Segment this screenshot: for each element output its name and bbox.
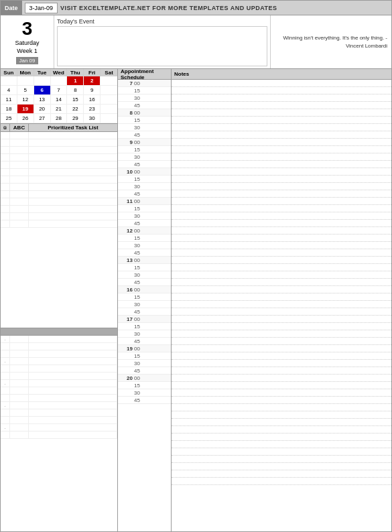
notes-row[interactable] bbox=[172, 117, 391, 124]
cal-day-cell[interactable] bbox=[1, 76, 17, 86]
notes-row[interactable] bbox=[172, 102, 391, 109]
task-cell[interactable] bbox=[1, 147, 10, 153]
schedule-time-row[interactable]: 15 bbox=[118, 146, 171, 153]
schedule-time-row[interactable]: 15 bbox=[118, 205, 171, 212]
schedule-time-row[interactable]: 15 bbox=[118, 382, 171, 389]
cal-day-cell[interactable] bbox=[101, 76, 117, 86]
task-cell-lower[interactable] bbox=[10, 336, 29, 342]
cal-day-cell[interactable]: 5 bbox=[17, 86, 34, 95]
task-cell[interactable] bbox=[10, 147, 29, 153]
cal-day-cell[interactable]: 16 bbox=[84, 95, 101, 105]
cal-day-cell[interactable]: 14 bbox=[51, 95, 68, 105]
task-cell-lower[interactable] bbox=[10, 350, 29, 357]
cal-day-cell[interactable] bbox=[101, 114, 117, 123]
task-cell[interactable] bbox=[10, 169, 29, 176]
notes-row[interactable] bbox=[172, 249, 391, 257]
event-input[interactable] bbox=[57, 26, 267, 66]
notes-row[interactable] bbox=[172, 220, 391, 227]
schedule-time-row[interactable]: 45 bbox=[118, 308, 171, 316]
task-cell[interactable] bbox=[1, 139, 10, 146]
cal-day-cell[interactable] bbox=[34, 76, 51, 86]
schedule-time-row[interactable]: 800 bbox=[118, 109, 171, 117]
task-cell[interactable] bbox=[29, 220, 117, 227]
task-cell[interactable] bbox=[1, 132, 10, 139]
schedule-time-row[interactable]: 900 bbox=[118, 139, 171, 146]
task-cell[interactable] bbox=[29, 191, 117, 198]
schedule-time-row[interactable]: 15 bbox=[118, 264, 171, 271]
cal-day-cell[interactable]: 23 bbox=[84, 105, 101, 114]
task-cell[interactable] bbox=[29, 184, 117, 190]
schedule-time-row[interactable]: 1300 bbox=[118, 257, 171, 264]
task-cell-lower[interactable] bbox=[10, 343, 29, 350]
notes-row[interactable] bbox=[172, 308, 391, 316]
task-cell-lower[interactable] bbox=[29, 387, 117, 394]
cal-day-cell[interactable]: 6 bbox=[34, 86, 51, 95]
schedule-time-row[interactable]: 45 bbox=[118, 161, 171, 168]
notes-row[interactable] bbox=[172, 375, 391, 382]
notes-row[interactable] bbox=[172, 382, 391, 389]
notes-row[interactable] bbox=[172, 139, 391, 146]
notes-row[interactable] bbox=[172, 419, 391, 426]
task-cell[interactable] bbox=[29, 176, 117, 183]
task-cell[interactable] bbox=[10, 220, 29, 227]
notes-row[interactable] bbox=[172, 153, 391, 161]
cal-day-cell[interactable]: 30 bbox=[84, 114, 101, 123]
notes-row[interactable] bbox=[172, 94, 391, 102]
task-cell-lower[interactable] bbox=[10, 373, 29, 379]
cal-day-cell[interactable] bbox=[101, 86, 117, 95]
task-cell[interactable] bbox=[29, 161, 117, 168]
task-cell-lower[interactable]: . bbox=[1, 402, 10, 409]
task-cell-lower[interactable] bbox=[29, 424, 117, 431]
notes-row[interactable] bbox=[172, 323, 391, 330]
cal-day-cell[interactable] bbox=[51, 76, 68, 86]
task-cell-lower[interactable] bbox=[29, 343, 117, 350]
cal-day-cell[interactable]: 7 bbox=[51, 86, 68, 95]
schedule-time-row[interactable]: 45 bbox=[118, 338, 171, 345]
cal-day-cell[interactable]: 20 bbox=[34, 105, 51, 114]
task-cell-lower[interactable] bbox=[1, 373, 10, 379]
task-cell[interactable] bbox=[1, 176, 10, 183]
notes-row[interactable] bbox=[172, 168, 391, 176]
notes-row[interactable] bbox=[172, 434, 391, 441]
task-cell-lower[interactable]: . bbox=[1, 424, 10, 431]
cal-day-cell[interactable] bbox=[101, 105, 117, 114]
schedule-time-row[interactable]: 15 bbox=[118, 176, 171, 183]
notes-row[interactable] bbox=[172, 389, 391, 397]
task-cell[interactable] bbox=[1, 161, 10, 168]
schedule-time-row[interactable]: 30 bbox=[118, 124, 171, 131]
schedule-time-row[interactable]: 1700 bbox=[118, 316, 171, 323]
notes-row[interactable] bbox=[172, 470, 391, 478]
notes-row[interactable] bbox=[172, 271, 391, 279]
task-cell-lower[interactable] bbox=[10, 402, 29, 409]
task-cell-lower[interactable] bbox=[10, 409, 29, 416]
task-cell[interactable] bbox=[29, 206, 117, 212]
schedule-time-row[interactable]: 1100 bbox=[118, 198, 171, 205]
task-cell[interactable] bbox=[1, 213, 10, 220]
task-cell-lower[interactable] bbox=[29, 395, 117, 401]
task-cell[interactable] bbox=[1, 191, 10, 198]
cal-day-cell[interactable]: 26 bbox=[17, 114, 34, 123]
cal-day-cell[interactable]: 4 bbox=[1, 86, 17, 95]
task-cell[interactable] bbox=[1, 206, 10, 212]
schedule-time-row[interactable]: 45 bbox=[118, 249, 171, 257]
notes-row[interactable] bbox=[172, 242, 391, 249]
schedule-time-row[interactable]: 1900 bbox=[118, 345, 171, 352]
task-cell-lower[interactable] bbox=[1, 365, 10, 372]
task-cell-lower[interactable] bbox=[29, 431, 117, 438]
cal-day-cell[interactable] bbox=[101, 95, 117, 105]
schedule-time-row[interactable]: 45 bbox=[118, 190, 171, 198]
notes-row[interactable] bbox=[172, 183, 391, 190]
cal-day-cell[interactable]: 29 bbox=[67, 114, 84, 123]
task-cell[interactable] bbox=[1, 198, 10, 205]
schedule-time-row[interactable]: 30 bbox=[118, 153, 171, 161]
schedule-time-row[interactable]: 30 bbox=[118, 301, 171, 308]
cal-day-cell[interactable]: 22 bbox=[67, 105, 84, 114]
task-cell[interactable] bbox=[10, 176, 29, 183]
notes-row[interactable] bbox=[172, 330, 391, 338]
notes-row[interactable] bbox=[172, 397, 391, 404]
notes-row[interactable] bbox=[172, 279, 391, 286]
notes-row[interactable] bbox=[172, 87, 391, 94]
task-cell[interactable] bbox=[10, 191, 29, 198]
cal-day-cell[interactable]: 27 bbox=[34, 114, 51, 123]
task-cell-lower[interactable] bbox=[10, 431, 29, 438]
